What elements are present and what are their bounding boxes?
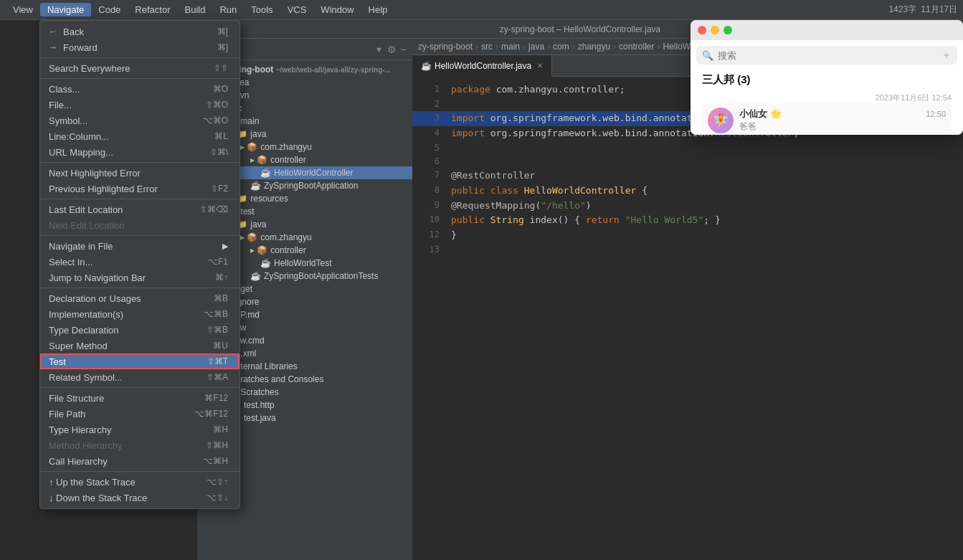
menu-item-file---[interactable]: File...⇧⌘O xyxy=(40,97,239,113)
menu-item-forward[interactable]: →Forward⌘] xyxy=(40,39,239,55)
menu-item-shortcut: ⌥⌘H xyxy=(203,456,228,466)
project-dropdown[interactable]: ▼ xyxy=(375,45,383,54)
menu-item-previous-highlighted-error[interactable]: Previous Highlighted Error⇧F2 xyxy=(40,181,239,196)
menu-item-shortcut: ⌘H xyxy=(213,424,228,435)
tree-item-label: Scratches xyxy=(240,387,278,397)
mac-max-btn[interactable] xyxy=(724,26,732,34)
menu-item-label: Jump to Navigation Bar xyxy=(49,272,201,283)
menu-item-jump-to-navigation-bar[interactable]: Jump to Navigation Bar⌘↑ xyxy=(40,270,239,285)
menu-item-test[interactable]: Test⇧⌘T xyxy=(40,353,239,369)
menu-view[interactable]: View xyxy=(6,3,40,16)
menu-item-url-mapping---[interactable]: URL Mapping...⇧⌘\ xyxy=(40,144,239,160)
menu-item-last-edit-location[interactable]: Last Edit Location⇧⌘⌫ xyxy=(40,201,239,217)
tree-item-label: ZySpringBootApplicationTests xyxy=(264,271,378,281)
menu-item-type-hierarchy[interactable]: Type Hierarchy⌘H xyxy=(40,422,239,437)
menu-item-call-hierarchy[interactable]: Call Hierarchy⌥⌘H xyxy=(40,453,239,469)
collapse-icon[interactable]: − xyxy=(401,44,407,55)
mac-titlebar xyxy=(691,20,963,40)
breadcrumb-segment[interactable]: java xyxy=(528,42,544,52)
gear-icon[interactable]: ⚙ xyxy=(387,44,397,55)
line-number: 5 xyxy=(418,141,440,155)
tree-item-label: test.java xyxy=(244,413,276,423)
menu-item-declaration-or-usages[interactable]: Declaration or Usages⌘B xyxy=(40,290,239,306)
menu-item-line-column---[interactable]: Line:Column...⌘L xyxy=(40,128,239,144)
menu-item-label: File Path xyxy=(49,409,180,419)
menu-build[interactable]: Build xyxy=(177,3,212,16)
package-icon: ▸ 📦 xyxy=(240,142,257,152)
menu-item-shortcut: ⌥⌘B xyxy=(204,309,228,319)
menu-vcs[interactable]: VCS xyxy=(280,3,314,16)
chat-message-item[interactable]: 🧚 小仙女 🌟 12:50 爸爸 xyxy=(702,103,952,135)
menu-item-shortcut: ⌘O xyxy=(213,84,228,94)
breadcrumb-segment[interactable]: com xyxy=(553,42,569,52)
line-number: 7 xyxy=(418,169,440,182)
editor-tab-active[interactable]: ☕ HelloWorldController.java ✕ xyxy=(412,55,552,77)
menu-item-related-symbol---[interactable]: Related Symbol...⇧⌘A xyxy=(40,369,239,385)
menu-item-shortcut: ⇧⇧ xyxy=(214,63,228,73)
menu-item-label: URL Mapping... xyxy=(49,147,196,158)
menu-item-label: Implementation(s) xyxy=(49,309,189,320)
search-input[interactable] xyxy=(718,50,941,61)
package-icon: ▸ 📦 xyxy=(250,155,267,165)
search-icon: 🔍 xyxy=(702,50,713,61)
menu-item-class---[interactable]: Class...⌘O xyxy=(40,81,239,97)
menu-item-super-method[interactable]: Super Method⌘U xyxy=(40,338,239,353)
tab-close-icon[interactable]: ✕ xyxy=(537,62,543,70)
code-token: " xyxy=(580,200,586,211)
code-token: return xyxy=(586,214,625,225)
menu-item-type-declaration[interactable]: Type Declaration⇧⌘B xyxy=(40,322,239,338)
menu-item-file-structure[interactable]: File Structure⌘F12 xyxy=(40,390,239,406)
menu-item-shortcut: ⇧⌘H xyxy=(206,440,228,450)
menu-item-file-path[interactable]: File Path⌥⌘F12 xyxy=(40,406,239,422)
package-icon: ▸ 📦 xyxy=(250,245,267,255)
menu-tools[interactable]: Tools xyxy=(244,3,280,16)
breadcrumb-segment[interactable]: zy-spring-boot xyxy=(418,42,473,52)
menu-item-shortcut: ⌥⇧↑ xyxy=(207,477,228,487)
tree-item-label: java xyxy=(250,219,266,229)
breadcrumb-segment[interactable]: controller xyxy=(619,42,654,52)
menu-separator xyxy=(40,387,239,388)
mac-close-btn[interactable] xyxy=(698,26,706,34)
menu-code[interactable]: Code xyxy=(91,3,128,16)
menu-item-symbol---[interactable]: Symbol...⌥⌘O xyxy=(40,113,239,128)
menu-arrow-icon: ← xyxy=(49,27,57,37)
mac-min-btn[interactable] xyxy=(711,26,719,34)
menu-run[interactable]: Run xyxy=(212,3,244,16)
chat-date: 2023年11月6日 12:54 xyxy=(696,90,957,103)
menu-item-select-in---[interactable]: Select In...⌥F1 xyxy=(40,254,239,270)
menu-item-navigate-in-file[interactable]: Navigate in File▶ xyxy=(40,238,239,254)
breadcrumb-segment[interactable]: main xyxy=(501,42,520,52)
menu-item-label: ↓ Down the Stack Trace xyxy=(49,493,192,503)
tree-item-label: ZySpringBootApplication xyxy=(264,181,358,191)
menu-item----up-the-stack-trace[interactable]: ↑ Up the Stack Trace⌥⇧↑ xyxy=(40,474,239,490)
menu-help[interactable]: Help xyxy=(361,3,395,16)
menu-item-shortcut: ⇧⌘O xyxy=(206,100,228,110)
breadcrumb-segment[interactable]: zhangyu xyxy=(578,42,610,52)
menu-item-shortcut: ⇧F2 xyxy=(211,184,228,194)
menu-item-shortcut: ⌘F12 xyxy=(204,393,228,403)
menu-window[interactable]: Window xyxy=(313,3,361,16)
menubar-right-info: 1423字 11月17日 xyxy=(889,4,957,16)
menu-item-back[interactable]: ←Back⌘[ xyxy=(40,24,239,39)
breadcrumb-segment[interactable]: src xyxy=(481,42,493,52)
breadcrumb-separator: › xyxy=(495,42,498,52)
code-line: 6 xyxy=(412,155,963,169)
menu-item-search-everywhere[interactable]: Search Everywhere⇧⇧ xyxy=(40,60,239,76)
menu-item----down-the-stack-trace[interactable]: ↓ Down the Stack Trace⌥⇧↓ xyxy=(40,490,239,506)
code-line: 5 xyxy=(412,141,963,155)
tab-label: HelloWorldController.java xyxy=(435,61,531,71)
menu-item-label: Previous Highlighted Error xyxy=(49,184,196,194)
code-token: "Hello World5" xyxy=(625,214,704,225)
menu-item-method-hierarchy: Method Hierarchy⇧⌘H xyxy=(40,437,239,453)
menu-item-shortcut: ⌥⌘F12 xyxy=(194,409,228,419)
date-display: 11月17日 xyxy=(921,4,957,16)
menu-item-shortcut: ⌘] xyxy=(217,42,228,52)
menu-navigate[interactable]: Navigate xyxy=(40,3,91,16)
menu-item-next-highlighted-error[interactable]: Next Highlighted Error xyxy=(40,165,239,181)
code-token: () { xyxy=(558,214,586,225)
menu-item-implementation-s-[interactable]: Implementation(s)⌥⌘B xyxy=(40,306,239,322)
menu-refactor[interactable]: Refactor xyxy=(128,3,177,16)
code-token: ; } xyxy=(703,214,720,225)
search-add-icon[interactable]: ＋ xyxy=(941,49,952,62)
breadcrumb-separator: › xyxy=(572,42,575,52)
